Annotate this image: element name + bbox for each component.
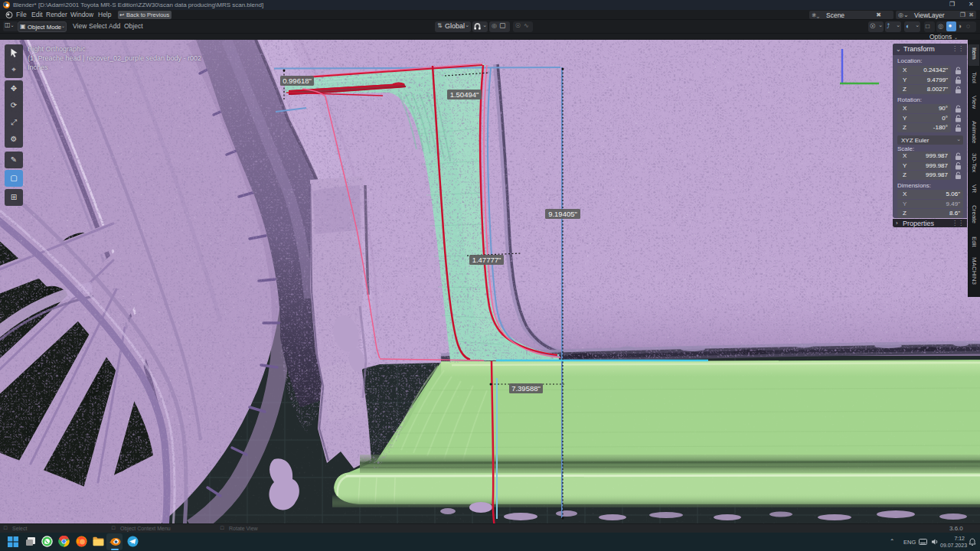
svg-text:1.47777": 1.47777" (472, 256, 501, 264)
svg-text:1.50494": 1.50494" (450, 90, 479, 99)
svg-text:9.19405": 9.19405" (548, 210, 577, 218)
svg-text:0.99618": 0.99618" (283, 77, 312, 85)
svg-text:7.39588": 7.39588" (511, 384, 541, 393)
